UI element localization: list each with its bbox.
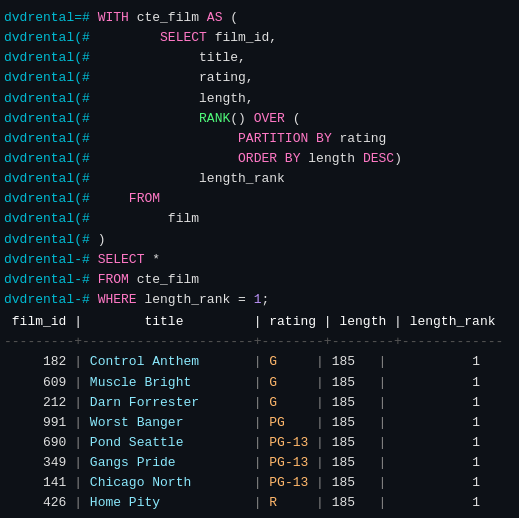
line-9: dvdrental(# length_rank [4,169,515,189]
prompt-7: dvdrental(# [4,129,98,149]
line-6: dvdrental(# RANK() OVER ( [4,109,515,129]
line-7: dvdrental(# PARTITION BY rating [4,129,515,149]
line-4: dvdrental(# rating, [4,68,515,88]
table-row: 690 | Pond Seattle | PG-13 | 185 | 1 [4,433,515,453]
line-3: dvdrental(# title, [4,48,515,68]
prompt-5: dvdrental(# [4,89,98,109]
line-14: dvdrental-# FROM cte_film [4,270,515,290]
prompt-12: dvdrental(# [4,230,98,250]
table-row: 182 | Control Anthem | G | 185 | 1 [4,352,515,372]
line-12: dvdrental(# ) [4,230,515,250]
line-15: dvdrental-# WHERE length_rank = 1; [4,290,515,310]
table-rows: 182 | Control Anthem | G | 185 | 1 609 |… [4,352,515,518]
table-row: 141 | Chicago North | PG-13 | 185 | 1 [4,473,515,493]
terminal: dvdrental=# WITH cte_film AS ( dvdrental… [4,8,515,518]
table-row: 609 | Muscle Bright | G | 185 | 1 [4,373,515,393]
result-table: film_id | title | rating | length | leng… [4,312,515,518]
line-5: dvdrental(# length, [4,89,515,109]
line-10: dvdrental(# FROM [4,189,515,209]
prompt-15: dvdrental-# [4,290,98,310]
table-separator: ---------+----------------------+-------… [4,332,515,352]
prompt-13: dvdrental-# [4,250,98,270]
prompt-10: dvdrental(# [4,189,98,209]
table-row: 991 | Worst Banger | PG | 185 | 1 [4,413,515,433]
line-11: dvdrental(# film [4,209,515,229]
line-1: dvdrental=# WITH cte_film AS ( [4,8,515,28]
prompt-14: dvdrental-# [4,270,98,290]
line-8: dvdrental(# ORDER BY length DESC) [4,149,515,169]
line-13: dvdrental-# SELECT * [4,250,515,270]
prompt-8: dvdrental(# [4,149,98,169]
table-row: 872 | Sweet Brotherhood | R | 185 | 1 [4,514,515,518]
line-2: dvdrental(# SELECT film_id, [4,28,515,48]
table-row: 349 | Gangs Pride | PG-13 | 185 | 1 [4,453,515,473]
table-row: 212 | Darn Forrester | G | 185 | 1 [4,393,515,413]
table-header: film_id | title | rating | length | leng… [4,312,515,332]
prompt-6: dvdrental(# [4,109,98,129]
prompt-11: dvdrental(# [4,209,98,229]
prompt-2: dvdrental(# [4,28,98,48]
prompt-4: dvdrental(# [4,68,98,88]
prompt-3: dvdrental(# [4,48,98,68]
table-row: 426 | Home Pity | R | 185 | 1 [4,493,515,513]
prompt-9: dvdrental(# [4,169,98,189]
prompt-1: dvdrental=# [4,8,98,28]
